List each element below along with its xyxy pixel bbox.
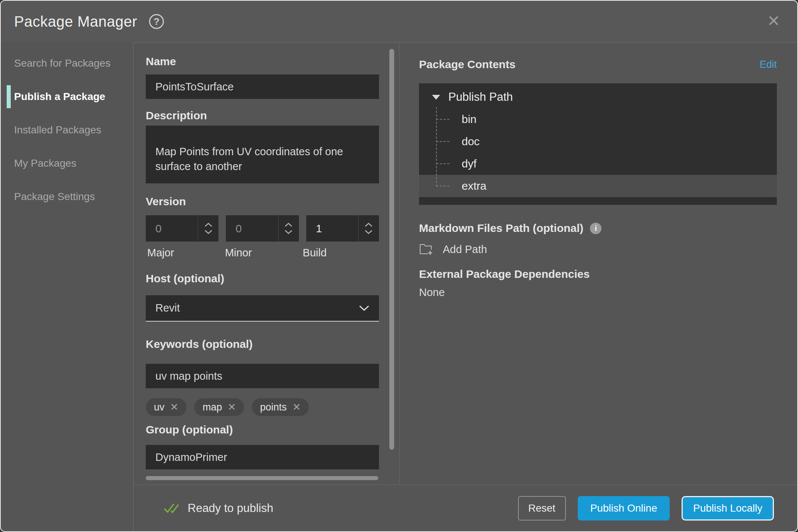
double-check-icon: [162, 502, 179, 515]
build-stepper-buttons: [358, 215, 379, 242]
sidebar-item-label: Publish a Package: [14, 91, 105, 103]
publish-form: Name Description Version 0 0 1: [133, 43, 399, 485]
sidebar-item-label: Installed Packages: [14, 124, 101, 136]
publish-locally-button[interactable]: Publish Locally: [682, 496, 774, 521]
tree-node-label: bin: [462, 113, 477, 126]
status-text: Ready to publish: [188, 502, 273, 515]
keywords-label: Keywords (optional): [146, 338, 379, 350]
markdown-path-header: Markdown Files Path (optional) i: [419, 222, 777, 235]
group-label: Group (optional): [146, 423, 379, 436]
chevron-down-icon[interactable]: [284, 230, 293, 234]
sidebar-item-publish-a-package[interactable]: Publish a Package: [1, 80, 133, 113]
tree-node-publish-path[interactable]: Publish Path: [419, 86, 777, 108]
tag-label: map: [202, 402, 222, 413]
reset-button[interactable]: Reset: [518, 496, 566, 521]
tree-connector-stub: [436, 163, 449, 164]
host-selected-value: Revit: [155, 302, 180, 314]
minor-stepper-buttons: [278, 215, 299, 242]
dependencies-value: None: [419, 286, 777, 299]
description-input[interactable]: [146, 126, 379, 183]
publish-status: Ready to publish: [162, 502, 273, 515]
minor-label: Minor: [224, 247, 294, 259]
host-select[interactable]: Revit: [146, 295, 379, 322]
package-contents-header: Package Contents Edit: [419, 58, 777, 71]
chevron-down-icon[interactable]: [365, 230, 373, 234]
sidebar-item-my-packages[interactable]: My Packages: [1, 147, 133, 180]
add-path-label: Add Path: [443, 243, 487, 256]
sidebar-item-label: Package Settings: [14, 191, 95, 203]
tree-node-label: extra: [462, 180, 487, 192]
tag-points: points ✕: [252, 398, 309, 416]
footer-bar: Ready to publish Reset Publish Online Pu…: [133, 485, 797, 531]
tree-node-extra[interactable]: extra: [419, 175, 777, 197]
collapse-triangle-icon[interactable]: [432, 95, 440, 100]
tree-connector-stub: [436, 141, 449, 142]
chevron-up-icon[interactable]: [284, 223, 293, 227]
tree-node-label: dyf: [462, 157, 477, 170]
form-vertical-scrollbar[interactable]: [389, 49, 394, 450]
add-folder-icon: [419, 243, 434, 256]
remove-tag-icon[interactable]: ✕: [228, 402, 236, 412]
sidebar-item-label: Search for Packages: [14, 57, 111, 69]
markdown-path-label: Markdown Files Path (optional): [419, 222, 583, 235]
tree-node-bin[interactable]: bin: [419, 108, 777, 130]
form-horizontal-scrollbar[interactable]: [146, 476, 378, 480]
tree-node-label: Publish Path: [448, 90, 513, 104]
build-value[interactable]: 1: [306, 215, 358, 242]
remove-tag-icon[interactable]: ✕: [292, 402, 301, 412]
package-contents-tree: Publish Path bin doc dyf extra: [419, 83, 777, 205]
group-input[interactable]: [146, 445, 379, 469]
chevron-up-icon[interactable]: [365, 223, 373, 227]
chevron-down-icon[interactable]: [204, 230, 212, 234]
package-manager-dialog: Package Manager ? ✕ Search for Packages …: [0, 0, 798, 532]
chevron-up-icon[interactable]: [204, 223, 212, 227]
footer-buttons: Reset Publish Online Publish Locally: [518, 496, 774, 521]
info-icon[interactable]: i: [590, 223, 601, 234]
tag-uv: uv ✕: [146, 398, 187, 416]
tree-connector-stub: [436, 119, 449, 120]
keywords-input[interactable]: [146, 364, 379, 388]
package-contents-panel: Package Contents Edit Publish Path bin d…: [400, 43, 797, 485]
sidebar-item-search-for-packages[interactable]: Search for Packages: [1, 47, 133, 80]
chevron-down-icon: [359, 305, 369, 311]
host-label: Host (optional): [146, 272, 379, 285]
minor-stepper: 0: [226, 215, 299, 242]
major-stepper: 0: [146, 215, 218, 242]
tree-node-label: doc: [462, 135, 479, 148]
tree-node-doc[interactable]: doc: [419, 130, 777, 153]
publish-online-button[interactable]: Publish Online: [578, 496, 670, 521]
sidebar-item-label: My Packages: [14, 157, 76, 169]
sidebar-item-installed-packages[interactable]: Installed Packages: [1, 113, 133, 147]
minor-value[interactable]: 0: [226, 215, 278, 242]
build-stepper: 1: [306, 215, 379, 242]
help-icon[interactable]: ?: [149, 14, 164, 29]
name-input[interactable]: [146, 74, 379, 99]
close-icon[interactable]: ✕: [767, 13, 780, 29]
edit-link[interactable]: Edit: [759, 59, 777, 70]
window-title: Package Manager: [14, 13, 137, 30]
tag-label: points: [260, 402, 287, 413]
major-stepper-buttons: [198, 215, 218, 242]
dependencies-label: External Package Dependencies: [419, 268, 777, 280]
major-label: Major: [146, 247, 216, 259]
version-steppers: 0 0 1: [146, 215, 379, 242]
active-accent-bar: [7, 85, 11, 108]
description-label: Description: [146, 109, 379, 122]
package-contents-title: Package Contents: [419, 58, 515, 71]
sidebar-item-package-settings[interactable]: Package Settings: [1, 180, 133, 213]
version-label: Version: [146, 195, 379, 208]
title-bar: Package Manager ? ✕: [1, 1, 797, 42]
tag-label: uv: [154, 402, 165, 413]
tree-node-dyf[interactable]: dyf: [419, 153, 777, 175]
keyword-tags: uv ✕ map ✕ points ✕: [146, 398, 379, 416]
remove-tag-icon[interactable]: ✕: [170, 402, 179, 412]
tree-connector-stub: [436, 186, 449, 186]
name-label: Name: [146, 55, 379, 68]
build-label: Build: [301, 247, 372, 259]
major-value[interactable]: 0: [146, 215, 198, 242]
version-sublabels: Major Minor Build: [146, 247, 379, 259]
sidebar: Search for Packages Publish a Package In…: [1, 42, 133, 531]
add-path-button[interactable]: Add Path: [419, 242, 777, 257]
tag-map: map ✕: [194, 398, 244, 416]
